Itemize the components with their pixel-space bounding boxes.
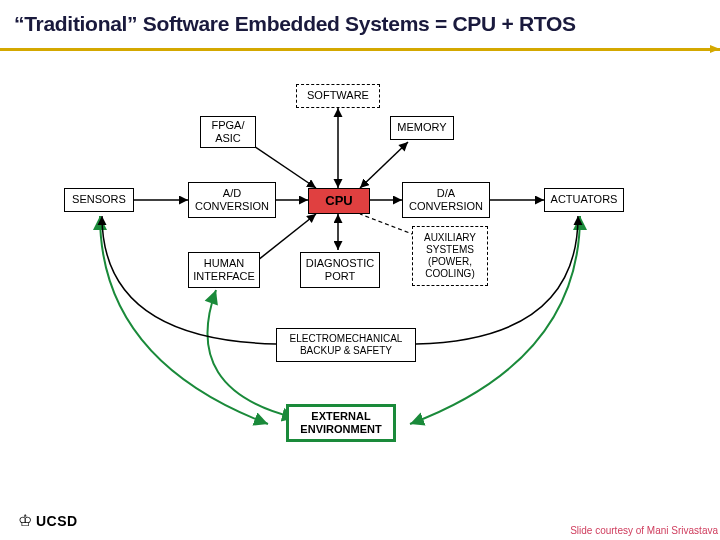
system-diagram: SOFTWARE FPGA/ASIC MEMORY SENSORS A/DCON… xyxy=(0,60,720,490)
slide-attribution: Slide courtesy of Mani Srivastava xyxy=(570,525,718,536)
box-human-interface: HUMANINTERFACE xyxy=(188,252,260,288)
box-cpu: CPU xyxy=(308,188,370,214)
slide-title: “Traditional” Software Embedded Systems … xyxy=(14,12,576,36)
box-memory: MEMORY xyxy=(390,116,454,140)
footer-logo: ♔ UCSD xyxy=(18,511,78,530)
box-diagnostic-port: DIAGNOSTICPORT xyxy=(300,252,380,288)
box-backup-safety: ELECTROMECHANICALBACKUP & SAFETY xyxy=(276,328,416,362)
trident-icon: ♔ xyxy=(18,511,32,530)
box-external-environment: EXTERNALENVIRONMENT xyxy=(286,404,396,442)
box-sensors: SENSORS xyxy=(64,188,134,212)
title-underline xyxy=(0,48,720,51)
box-software: SOFTWARE xyxy=(296,84,380,108)
box-actuators: ACTUATORS xyxy=(544,188,624,212)
box-da-conversion: D/ACONVERSION xyxy=(402,182,490,218)
box-auxiliary-systems: AUXILIARYSYSTEMS(POWER,COOLING) xyxy=(412,226,488,286)
box-fpga-asic: FPGA/ASIC xyxy=(200,116,256,148)
svg-line-2 xyxy=(360,142,408,188)
title-underline-tip xyxy=(710,45,720,53)
ucsd-label: UCSD xyxy=(36,513,78,529)
box-ad-conversion: A/DCONVERSION xyxy=(188,182,276,218)
